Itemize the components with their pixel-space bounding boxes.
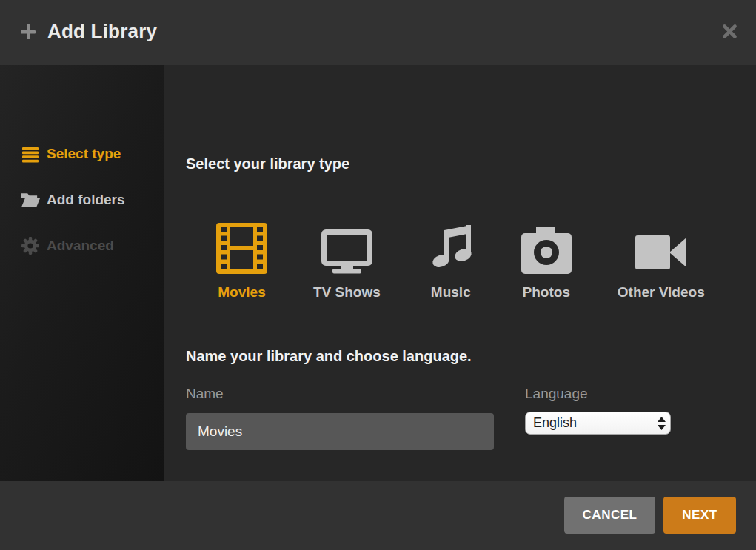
- library-type-label: Movies: [218, 284, 265, 301]
- film-icon: [216, 222, 267, 274]
- add-library-dialog: Add Library: [0, 0, 756, 550]
- language-select[interactable]: English: [525, 412, 671, 435]
- dialog-body: Select your library type: [164, 65, 756, 481]
- library-name-input[interactable]: [186, 413, 494, 450]
- language-select-value: English: [526, 415, 652, 431]
- plus-icon: [20, 24, 36, 40]
- tv-icon: [321, 222, 372, 274]
- library-type-tv-shows[interactable]: TV Shows: [313, 222, 381, 301]
- dialog-title: Add Library: [47, 20, 157, 43]
- camera-icon: [521, 222, 572, 274]
- video-camera-icon: [635, 222, 686, 274]
- sidebar-item-label: Add folders: [47, 192, 125, 208]
- library-type-photos[interactable]: Photos: [521, 222, 572, 301]
- sidebar-item-select-type[interactable]: Select type: [21, 144, 121, 164]
- name-section-title: Name your library and choose language.: [186, 348, 472, 365]
- sidebar-item-label: Select type: [47, 146, 121, 162]
- next-button[interactable]: NEXT: [663, 497, 736, 534]
- library-type-other-videos[interactable]: Other Videos: [618, 222, 705, 301]
- dialog-footer: CANCEL NEXT: [0, 481, 756, 550]
- sidebar-item-add-folders[interactable]: Add folders: [21, 190, 125, 210]
- cancel-button[interactable]: CANCEL: [564, 497, 655, 534]
- dialog-header: Add Library: [0, 0, 756, 65]
- sidebar-item-label: Advanced: [47, 238, 114, 254]
- library-type-label: TV Shows: [313, 284, 381, 301]
- language-field-label: Language: [525, 386, 588, 402]
- library-type-list: Movies TV Shows: [216, 222, 705, 301]
- name-field-label: Name: [186, 386, 224, 402]
- library-type-label: Other Videos: [618, 284, 705, 301]
- close-icon[interactable]: [719, 21, 740, 41]
- list-icon: [21, 144, 40, 164]
- library-type-music[interactable]: Music: [426, 222, 475, 301]
- library-type-label: Music: [431, 284, 471, 301]
- wizard-steps-sidebar: Select type Add folders: [0, 65, 164, 481]
- music-note-icon: [426, 222, 475, 274]
- library-type-movies[interactable]: Movies: [216, 222, 267, 301]
- type-section-title: Select your library type: [186, 155, 349, 172]
- folder-open-icon: [21, 190, 40, 209]
- sidebar-item-advanced: Advanced: [21, 235, 114, 256]
- library-type-label: Photos: [523, 284, 570, 301]
- gear-icon: [21, 236, 40, 255]
- select-stepper-icon: [652, 417, 670, 430]
